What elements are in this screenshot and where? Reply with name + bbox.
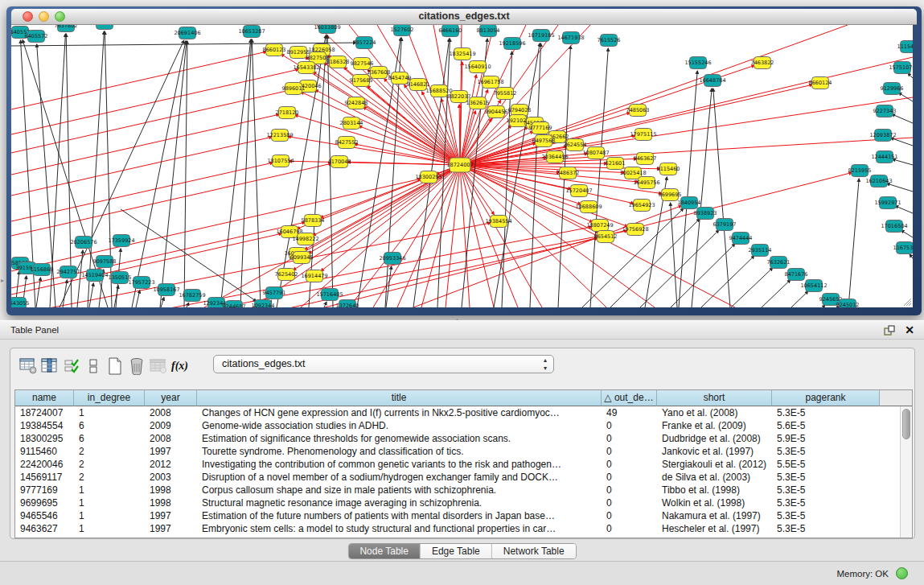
graph-node[interactable]: 1362615 — [466, 97, 490, 109]
delete-column-button[interactable] — [125, 353, 147, 379]
graph-node[interactable]: 17016504 — [881, 220, 907, 233]
graph-node[interactable]: 2803144 — [340, 117, 363, 130]
graph-node[interactable]: 1115419 — [897, 41, 913, 53]
graph-node[interactable]: 10654112 — [800, 280, 827, 292]
graph-node[interactable]: 7857224 — [353, 37, 376, 49]
graph-node[interactable]: 9097588 — [93, 256, 117, 268]
graph-node[interactable]: 8938923 — [694, 208, 717, 220]
graph-node[interactable]: 9474444 — [729, 233, 753, 245]
table-row[interactable]: 1830029562008Estimation of significance … — [15, 432, 912, 445]
graph-node[interactable]: 1156869 — [31, 264, 54, 276]
graph-node[interactable]: 1527602 — [391, 25, 414, 36]
new-column-button[interactable] — [104, 353, 125, 379]
graph-node[interactable]: 1167531 — [893, 242, 913, 254]
table-row[interactable]: 969969511998Structural magnetic resonanc… — [15, 496, 912, 509]
graph-node[interactable]: 1643055 — [11, 298, 29, 308]
graph-node[interactable]: 1372640 — [336, 300, 359, 308]
graph-node[interactable]: 10653287 — [238, 26, 265, 38]
graph-node[interactable]: 9457791 — [263, 287, 286, 299]
column-header-name[interactable]: name — [15, 390, 74, 406]
graph-node[interactable]: 19654923 — [628, 200, 655, 212]
graph-node[interactable]: 6099345 — [290, 252, 314, 264]
window-titlebar[interactable]: citations_edges.txt — [11, 9, 917, 25]
graph-node[interactable]: 7625402 — [275, 269, 298, 281]
table-select-dropdown[interactable]: citations_edges.txt ▴▾ — [213, 355, 554, 373]
graph-node[interactable]: 8427552 — [335, 137, 359, 149]
graph-node[interactable]: 9904456 — [485, 106, 508, 118]
column-check-button[interactable] — [60, 353, 82, 379]
graph-node[interactable]: 15640910 — [464, 61, 491, 73]
column-header-in_degree[interactable]: in_degree — [74, 390, 145, 406]
graph-node[interactable]: 16210643 — [865, 175, 892, 187]
close-panel-icon[interactable]: ✕ — [905, 323, 914, 336]
graph-node[interactable]: 16033809 — [314, 25, 340, 34]
table-row[interactable]: 946554611997Estimation of the future num… — [15, 509, 912, 522]
table-mode-button[interactable] — [17, 353, 39, 379]
graph-node[interactable]: 9827546 — [351, 58, 374, 70]
vertical-scrollbar[interactable] — [900, 406, 912, 538]
graph-node[interactable]: 2935114 — [749, 245, 772, 257]
graph-node[interactable]: 9245012 — [836, 299, 860, 308]
graph-node[interactable]: 18724007 — [446, 158, 473, 172]
graph-node[interactable]: 16914479 — [301, 270, 327, 282]
tab-network-table[interactable]: Network Table — [492, 544, 576, 559]
graph-node[interactable]: 15751074 — [889, 62, 913, 74]
graph-node[interactable]: 16782759 — [179, 290, 205, 302]
graph-node[interactable]: 18325419 — [449, 48, 475, 60]
graph-node[interactable]: 9699695 — [659, 189, 682, 201]
graph-node[interactable]: 10719185 — [528, 30, 554, 42]
table-row[interactable]: 1456911722003Disruption of a novel membe… — [15, 471, 912, 484]
graph-node[interactable]: 15155246 — [684, 57, 711, 69]
graph-node[interactable]: 6379197 — [713, 219, 737, 231]
column-header-year[interactable]: year — [145, 390, 197, 406]
column-header-short[interactable]: short — [657, 390, 772, 406]
graph-node[interactable]: 12093872 — [869, 130, 896, 142]
graph-node[interactable]: 9777169 — [529, 122, 552, 134]
column-header-pagerank[interactable]: pagerank — [772, 390, 880, 406]
table-row[interactable]: 1938455462009Genome-wide association stu… — [15, 419, 912, 432]
graph-node[interactable]: 621601 — [606, 158, 626, 170]
graph-node[interactable]: 8660124 — [809, 77, 832, 89]
graph-node[interactable]: 9175685 — [350, 75, 373, 87]
table-row[interactable]: 1872400712008Changes of HCN gene express… — [15, 406, 912, 419]
graph-node[interactable]: 9115460 — [657, 163, 680, 175]
graph-node[interactable]: 12213589 — [266, 130, 293, 142]
graph-node[interactable]: 7955812 — [494, 88, 517, 100]
graph-node[interactable]: 8215955 — [848, 165, 872, 177]
graph-node[interactable]: 6497568 — [532, 135, 556, 147]
table-row[interactable]: 977716911998Corpus callosum shape and si… — [15, 484, 912, 496]
graph-node[interactable]: 9242848 — [345, 97, 368, 109]
graph-node[interactable]: 15720407 — [565, 185, 592, 197]
float-panel-icon[interactable] — [884, 325, 895, 336]
graph-node[interactable]: 8660123 — [263, 44, 286, 56]
resize-grip-icon[interactable] — [901, 296, 912, 307]
graph-node[interactable]: 17957223 — [128, 277, 154, 289]
graph-node[interactable]: 10688609 — [575, 201, 602, 213]
graph-node[interactable]: 1092344 — [252, 300, 275, 308]
graph-node[interactable]: 7463822 — [751, 57, 774, 69]
graph-node[interactable]: 5878334 — [302, 215, 325, 227]
tab-edge-table[interactable]: Edge Table — [421, 544, 492, 559]
graph-node[interactable]: 12444151 — [871, 151, 897, 163]
memory-status-indicator[interactable] — [896, 567, 908, 579]
graph-node[interactable]: 17359924 — [108, 235, 134, 247]
function-builder-button[interactable]: f(x) — [169, 353, 191, 379]
graph-node[interactable]: 19756928 — [622, 224, 648, 236]
graph-node[interactable]: 7632621 — [767, 257, 791, 269]
graph-node[interactable]: 9129966 — [881, 83, 904, 95]
graph-node[interactable]: 10958167 — [153, 284, 179, 296]
graph-node[interactable]: 7486372 — [556, 167, 580, 179]
graph-node[interactable]: 9227343 — [873, 105, 897, 117]
graph-node[interactable]: 9463627 — [634, 153, 657, 165]
graph-node[interactable]: 1065328 — [93, 25, 117, 30]
tab-node-table[interactable]: Node Table — [348, 544, 421, 559]
graph-node[interactable]: 8186328 — [326, 56, 350, 68]
graph-node[interactable]: 8471676 — [785, 269, 808, 281]
graph-node[interactable]: 8654512 — [594, 231, 618, 243]
graph-node[interactable]: 20206576 — [70, 237, 97, 249]
table-row[interactable]: 946362711997Embryonic stem cells: a mode… — [15, 522, 912, 535]
table-row[interactable]: 2242004622012Investigating the contribut… — [15, 458, 912, 471]
graph-node[interactable]: 1840954 — [678, 197, 701, 209]
graph-node[interactable]: 14671938 — [557, 32, 584, 44]
table-panel-header[interactable]: Table Panel ✕ — [0, 320, 924, 340]
